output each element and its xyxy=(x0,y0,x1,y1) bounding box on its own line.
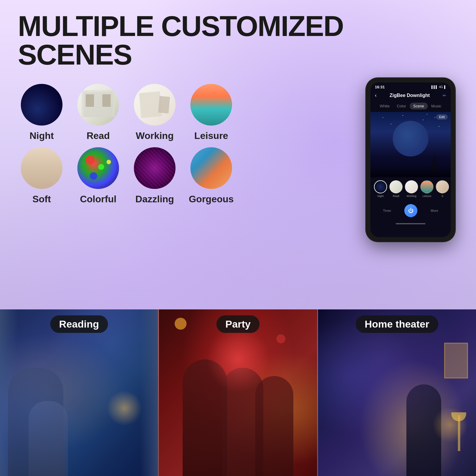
phone-scene-selector: Night Read Working Leisure xyxy=(370,177,451,201)
scene-circle-leisure xyxy=(190,84,232,126)
signal-icon: ▌▌▌ xyxy=(431,85,438,89)
theater-photo-label: Home theater xyxy=(356,315,438,333)
scenes-row-1: Night Read Workin xyxy=(18,84,351,141)
scene-item-working[interactable]: Working xyxy=(131,84,178,141)
phone-thumb-circle-working xyxy=(405,180,418,193)
scene-circle-colorful xyxy=(77,147,119,189)
party-decor-2 xyxy=(276,334,285,343)
scene-ground xyxy=(370,165,451,177)
phone-app-title: ZigBee Downlight xyxy=(389,93,430,98)
scene-label-dazzling: Dazzling xyxy=(135,194,174,205)
phone-scene-display: Edit xyxy=(370,112,451,177)
reading-ambient xyxy=(0,309,158,476)
phone-more-label[interactable]: More xyxy=(431,209,438,212)
phone-thumb-item-working[interactable]: Working xyxy=(405,180,418,198)
phone-time: 16:31 xyxy=(375,85,385,89)
scene-label-working: Working xyxy=(136,130,173,141)
phone-header: ‹ ZigBee Downlight ✏ xyxy=(370,90,451,100)
phone-power-button[interactable]: ⏻ xyxy=(404,204,417,217)
scene-label-soft: Soft xyxy=(32,194,51,205)
photos-section: Reading Party Home theater xyxy=(0,309,476,476)
scene-label-night: Night xyxy=(29,130,54,141)
scenes-grid: Night Read Workin xyxy=(18,84,351,211)
phone-thumb-label-read: Read xyxy=(393,195,399,198)
phone-back-button[interactable]: ‹ xyxy=(375,92,377,98)
photo-panel-party: Party xyxy=(158,309,317,476)
scene-item-read[interactable]: Read xyxy=(74,84,122,141)
phone-thumb-circle-leisure xyxy=(420,180,433,193)
main-layout: Night Read Workin xyxy=(18,84,458,242)
phone-edit-icon[interactable]: ✏ xyxy=(443,93,446,98)
scene-circle-night xyxy=(21,84,62,126)
phone-tab-music[interactable]: Music xyxy=(428,103,445,109)
party-red-light xyxy=(206,326,270,393)
scene-circle-gorgeous xyxy=(190,147,232,189)
phone-thumb-item-leisure[interactable]: Leisure xyxy=(420,180,433,198)
main-content: MULTIPLE CUSTOMIZED SCENES Night xyxy=(0,0,476,242)
phone-thumb-circle-read xyxy=(389,180,403,193)
phone-screen: 16:31 ▌▌▌ 4G ▌ ‹ ZigBee Downlight ✏ xyxy=(370,82,451,237)
phone-home-indicator xyxy=(396,223,425,224)
phone-tab-color[interactable]: Color xyxy=(393,103,410,109)
scene-label-leisure: Leisure xyxy=(194,130,228,141)
scene-label-read: Read xyxy=(87,130,110,141)
phone-thumb-item-read[interactable]: Read xyxy=(389,180,403,198)
page-title: MULTIPLE CUSTOMIZED SCENES xyxy=(18,12,458,69)
scene-label-gorgeous: Gorgeous xyxy=(189,194,234,205)
photo-panel-theater: Home theater xyxy=(317,309,476,476)
party-decor-1 xyxy=(175,318,187,330)
phone-thumb-label-leisure: Leisure xyxy=(422,195,431,198)
phone-thumb-label-s: S xyxy=(441,195,443,198)
scene-circle-read xyxy=(77,84,119,126)
phone-thumb-circle-s xyxy=(436,180,449,193)
scene-item-leisure[interactable]: Leisure xyxy=(187,84,235,141)
phone-status-bar: 16:31 ▌▌▌ 4G ▌ xyxy=(370,82,451,90)
phone-container: 16:31 ▌▌▌ 4G ▌ ‹ ZigBee Downlight ✏ xyxy=(363,78,458,242)
theater-purple-light xyxy=(318,309,476,476)
phone-thumb-label-night: Night xyxy=(377,195,383,198)
phone-tab-scene[interactable]: Scene xyxy=(410,103,428,109)
scenes-row-2: Soft Colorful Daz xyxy=(18,147,351,205)
photo-panel-reading: Reading xyxy=(0,309,158,476)
scene-item-colorful[interactable]: Colorful xyxy=(74,147,122,205)
phone-controls: Timer ⏻ More xyxy=(370,201,451,221)
phone-tabs: White Color Scene Music xyxy=(370,100,451,112)
phone-thumb-item-night[interactable]: Night xyxy=(374,180,387,198)
scene-item-night[interactable]: Night xyxy=(18,84,65,141)
party-photo-label: Party xyxy=(216,315,259,333)
scene-circle-dazzling xyxy=(134,147,176,189)
scene-item-gorgeous[interactable]: Gorgeous xyxy=(187,147,235,205)
phone-thumb-circle-night xyxy=(374,180,387,193)
scene-circle-soft xyxy=(21,147,62,189)
phone-timer-label[interactable]: Timer xyxy=(383,209,391,212)
scene-item-dazzling[interactable]: Dazzling xyxy=(131,147,178,205)
phone-status-icons: ▌▌▌ 4G ▌ xyxy=(431,85,446,89)
reading-photo-label: Reading xyxy=(50,315,108,333)
phone-thumb-item-s[interactable]: S xyxy=(436,180,449,198)
wifi-icon: 4G xyxy=(439,85,443,89)
battery-icon: ▌ xyxy=(444,85,446,89)
scene-label-colorful: Colorful xyxy=(80,194,117,205)
phone-tab-white[interactable]: White xyxy=(376,103,393,109)
phone-scene-moon xyxy=(393,121,428,156)
phone-thumb-label-working: Working xyxy=(407,195,416,198)
phone-mockup: 16:31 ▌▌▌ 4G ▌ ‹ ZigBee Downlight ✏ xyxy=(366,78,455,242)
scene-circle-working xyxy=(134,84,176,126)
scene-item-soft[interactable]: Soft xyxy=(18,147,65,205)
theater-lamp-glow xyxy=(432,407,468,443)
